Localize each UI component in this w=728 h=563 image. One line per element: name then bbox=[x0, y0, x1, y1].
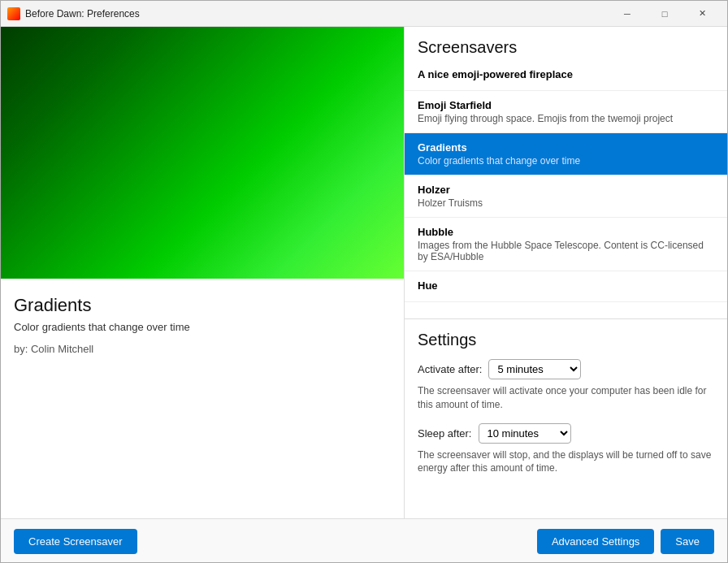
screensavers-section: Screensavers A nice emoji-powered firepl… bbox=[405, 27, 727, 319]
activate-row: Activate after: 1 minute2 minutes3 minut… bbox=[418, 359, 714, 379]
list-item[interactable]: HubbleImages from the Hubble Space Teles… bbox=[405, 218, 727, 271]
list-item-desc: Color gradients that change over time bbox=[418, 155, 714, 167]
screensaver-author: by: Colin Mitchell bbox=[14, 343, 391, 355]
list-item-name: A nice emoji-powered fireplace bbox=[418, 68, 714, 80]
screensaver-info: Gradients Color gradients that change ov… bbox=[1, 279, 404, 371]
window-title: Before Dawn: Preferences bbox=[25, 8, 140, 19]
window-controls: ─ □ ✕ bbox=[609, 1, 721, 27]
list-item-name: Emoji Starfield bbox=[418, 99, 714, 111]
sleep-row: Sleep after: 1 minute2 minutes5 minutes1… bbox=[418, 423, 714, 444]
screensaver-preview bbox=[1, 27, 404, 279]
title-bar-left: Before Dawn: Preferences bbox=[7, 7, 140, 20]
left-panel: Gradients Color gradients that change ov… bbox=[1, 27, 405, 518]
list-item[interactable]: A nice emoji-powered fireplace bbox=[405, 60, 727, 91]
list-item-name: Hue bbox=[418, 279, 714, 292]
app-icon bbox=[7, 7, 20, 20]
list-item[interactable]: GradientsColor gradients that change ove… bbox=[405, 133, 727, 175]
settings-section: Settings Activate after: 1 minute2 minut… bbox=[405, 319, 727, 518]
list-item[interactable]: Hue bbox=[405, 271, 727, 302]
footer: Create Screensaver Advanced Settings Sav… bbox=[1, 518, 727, 563]
list-item-desc: Emoji flying through space. Emojis from … bbox=[418, 113, 714, 124]
main-content: Gradients Color gradients that change ov… bbox=[1, 27, 727, 518]
close-button[interactable]: ✕ bbox=[683, 1, 721, 27]
screensavers-list[interactable]: A nice emoji-powered fireplaceEmoji Star… bbox=[405, 60, 727, 318]
settings-title: Settings bbox=[418, 331, 714, 349]
list-item-desc: Holzer Truisms bbox=[418, 197, 714, 209]
right-panel: Screensavers A nice emoji-powered firepl… bbox=[405, 27, 727, 518]
sleep-label: Sleep after: bbox=[418, 427, 472, 440]
sleep-hint: The screensaver will stop, and the displ… bbox=[418, 448, 714, 476]
title-bar: Before Dawn: Preferences ─ □ ✕ bbox=[1, 1, 727, 27]
activate-label: Activate after: bbox=[418, 363, 482, 375]
footer-right: Advanced Settings Save bbox=[537, 529, 714, 554]
list-item[interactable]: HolzerHolzer Truisms bbox=[405, 175, 727, 218]
list-item-name: Hubble bbox=[418, 226, 714, 238]
list-item[interactable]: Emoji StarfieldEmoji flying through spac… bbox=[405, 91, 727, 133]
sleep-select[interactable]: 1 minute2 minutes5 minutes10 minutes15 m… bbox=[479, 423, 571, 444]
list-item-name: Holzer bbox=[418, 184, 714, 196]
activate-hint: The screensaver will activate once your … bbox=[418, 384, 714, 412]
maximize-button[interactable]: □ bbox=[646, 1, 683, 27]
save-button[interactable]: Save bbox=[661, 529, 714, 554]
advanced-settings-button[interactable]: Advanced Settings bbox=[537, 529, 654, 554]
screensaver-name: Gradients bbox=[14, 295, 391, 316]
list-item-desc: Images from the Hubble Space Telescope. … bbox=[418, 240, 714, 262]
minimize-button[interactable]: ─ bbox=[609, 1, 646, 27]
footer-left: Create Screensaver bbox=[14, 529, 137, 554]
activate-select[interactable]: 1 minute2 minutes3 minutes5 minutes10 mi… bbox=[488, 359, 581, 379]
create-screensaver-button[interactable]: Create Screensaver bbox=[14, 529, 137, 554]
screensavers-title: Screensavers bbox=[405, 27, 727, 60]
list-item-name: Gradients bbox=[418, 141, 714, 154]
screensaver-description: Color gradients that change over time bbox=[14, 321, 391, 333]
